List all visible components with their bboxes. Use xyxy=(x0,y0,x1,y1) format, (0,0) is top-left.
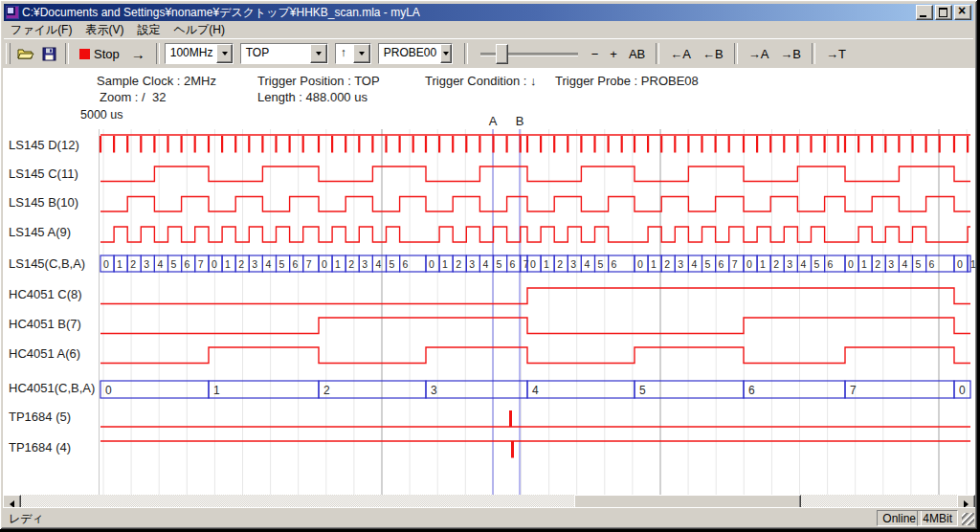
svg-text:5: 5 xyxy=(171,258,177,270)
svg-text:6: 6 xyxy=(748,384,755,397)
waveform-row-TP1684-5- xyxy=(100,410,970,427)
svg-text:1: 1 xyxy=(335,258,341,270)
waveform-row-HC4051-A-6- xyxy=(100,347,970,364)
svg-text:0: 0 xyxy=(637,258,643,270)
svg-text:0: 0 xyxy=(322,258,327,270)
svg-text:6: 6 xyxy=(403,258,409,270)
svg-text:2: 2 xyxy=(348,258,354,270)
svg-text:6: 6 xyxy=(185,258,190,270)
svg-text:5: 5 xyxy=(497,258,502,270)
svg-text:2: 2 xyxy=(557,258,563,270)
gridlines xyxy=(100,129,968,495)
svg-text:2: 2 xyxy=(323,384,330,397)
svg-text:1: 1 xyxy=(970,258,976,270)
waveform-row-HC4051-C-8- xyxy=(100,288,970,304)
svg-text:5: 5 xyxy=(916,258,922,270)
svg-text:4: 4 xyxy=(157,258,163,270)
waveform-row-LS145-C-11- xyxy=(100,166,970,182)
svg-text:2: 2 xyxy=(773,258,779,270)
svg-text:6: 6 xyxy=(828,258,834,270)
svg-text:5: 5 xyxy=(390,258,395,270)
svg-text:3: 3 xyxy=(362,258,368,270)
svg-text:4: 4 xyxy=(482,258,488,270)
svg-text:4: 4 xyxy=(375,258,381,270)
svg-text:0: 0 xyxy=(429,258,434,270)
svg-text:6: 6 xyxy=(929,258,935,270)
svg-text:2: 2 xyxy=(664,258,670,270)
svg-text:4: 4 xyxy=(800,258,806,270)
svg-text:4: 4 xyxy=(584,258,590,270)
svg-text:4: 4 xyxy=(691,258,697,270)
svg-text:3: 3 xyxy=(570,258,576,270)
svg-text:6: 6 xyxy=(612,258,617,270)
waveform-row-TP1684-4- xyxy=(100,441,970,458)
svg-text:7: 7 xyxy=(850,384,857,397)
waveform-row-LS145-C-B-A-: 0123456701234567012345601234567012345601… xyxy=(100,255,976,272)
svg-text:5: 5 xyxy=(639,384,646,397)
svg-text:4: 4 xyxy=(532,384,539,397)
svg-text:2: 2 xyxy=(875,258,880,270)
svg-text:1: 1 xyxy=(544,258,549,270)
pulse-marker xyxy=(509,410,512,427)
svg-text:7: 7 xyxy=(732,258,738,270)
svg-text:3: 3 xyxy=(144,258,149,270)
svg-text:0: 0 xyxy=(103,258,109,270)
cursor-label-A: A xyxy=(489,114,498,128)
waveform-row-LS145-A-9- xyxy=(100,227,970,242)
svg-text:3: 3 xyxy=(787,258,792,270)
waveform-row-LS145-B-10- xyxy=(100,197,970,212)
svg-text:3: 3 xyxy=(888,258,894,270)
cursor-label-B: B xyxy=(516,114,524,128)
svg-text:3: 3 xyxy=(431,384,437,397)
svg-text:7: 7 xyxy=(523,258,529,270)
svg-text:5: 5 xyxy=(279,258,285,270)
svg-text:2: 2 xyxy=(238,258,244,270)
pulse-marker xyxy=(511,441,514,458)
svg-text:1: 1 xyxy=(760,258,766,270)
waveform-row-HC4051-C-B-A-: 012345670 xyxy=(100,381,970,398)
app-window: C:¥Documents and Settings¥noname¥デスクトップ¥… xyxy=(0,0,977,529)
svg-text:0: 0 xyxy=(957,258,963,270)
svg-text:4: 4 xyxy=(902,258,907,270)
svg-text:3: 3 xyxy=(252,258,257,270)
svg-text:1: 1 xyxy=(213,384,220,397)
svg-text:6: 6 xyxy=(719,258,724,270)
svg-text:0: 0 xyxy=(746,258,752,270)
waveform-row-LS145-D-12- xyxy=(100,135,970,153)
svg-text:3: 3 xyxy=(678,258,683,270)
svg-text:1: 1 xyxy=(225,258,231,270)
svg-text:0: 0 xyxy=(530,258,536,270)
svg-text:5: 5 xyxy=(598,258,604,270)
svg-text:5: 5 xyxy=(814,258,820,270)
svg-text:0: 0 xyxy=(212,258,217,270)
svg-text:1: 1 xyxy=(117,258,122,270)
svg-text:7: 7 xyxy=(306,258,312,270)
svg-text:1: 1 xyxy=(442,258,448,270)
svg-text:5: 5 xyxy=(705,258,711,270)
svg-text:6: 6 xyxy=(293,258,299,270)
svg-text:6: 6 xyxy=(510,258,516,270)
svg-text:4: 4 xyxy=(265,258,271,270)
svg-text:2: 2 xyxy=(130,258,136,270)
svg-text:7: 7 xyxy=(198,258,204,270)
waveform-row-HC4051-B-7- xyxy=(100,318,970,334)
waveform-svg[interactable]: AB01234567012345670123456012345670123456… xyxy=(0,0,980,532)
svg-text:0: 0 xyxy=(959,384,966,397)
svg-text:2: 2 xyxy=(456,258,461,270)
svg-text:3: 3 xyxy=(469,258,475,270)
svg-text:1: 1 xyxy=(651,258,657,270)
svg-text:0: 0 xyxy=(848,258,854,270)
svg-text:0: 0 xyxy=(105,384,112,397)
screen: C:¥Documents and Settings¥noname¥デスクトップ¥… xyxy=(0,0,980,532)
svg-text:1: 1 xyxy=(861,258,867,270)
